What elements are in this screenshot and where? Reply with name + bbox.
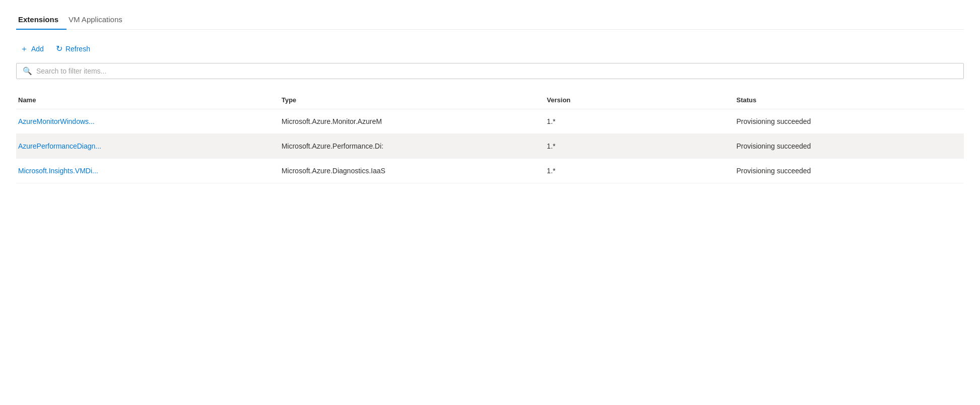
column-header-name: Name [16, 91, 282, 109]
add-button[interactable]: ＋ Add [16, 43, 48, 55]
extension-type: Microsoft.Azure.Diagnostics.IaaS [282, 159, 547, 183]
tabs-bar: Extensions VM Applications [16, 10, 964, 30]
table-header-row: Name Type Version Status [16, 91, 964, 109]
table-row: AzurePerformanceDiagn...Microsoft.Azure.… [16, 134, 964, 159]
search-icon: 🔍 [23, 66, 32, 76]
refresh-icon: ↻ [56, 45, 62, 53]
column-header-type: Type [282, 91, 547, 109]
extension-type: Microsoft.Azure.Performance.Di: [282, 134, 547, 159]
add-label: Add [31, 45, 44, 53]
extension-type: Microsoft.Azure.Monitor.AzureM [282, 109, 547, 134]
search-bar: 🔍 [16, 63, 964, 79]
extension-status: Provisioning succeeded [737, 134, 964, 159]
plus-icon: ＋ [20, 45, 28, 53]
tab-extensions[interactable]: Extensions [16, 10, 67, 30]
extension-version: 1.* [547, 159, 736, 183]
column-header-version: Version [547, 91, 736, 109]
extension-name-link[interactable]: AzureMonitorWindows... [18, 117, 95, 125]
extension-version: 1.* [547, 109, 736, 134]
column-header-status: Status [737, 91, 964, 109]
search-input[interactable] [36, 67, 957, 75]
refresh-button[interactable]: ↻ Refresh [52, 43, 94, 55]
extensions-table: Name Type Version Status AzureMonitorWin… [16, 91, 964, 183]
table-row: AzureMonitorWindows...Microsoft.Azure.Mo… [16, 109, 964, 134]
extension-status: Provisioning succeeded [737, 159, 964, 183]
tab-vm-applications[interactable]: VM Applications [67, 10, 130, 30]
extension-name-link[interactable]: Microsoft.Insights.VMDi... [18, 167, 98, 175]
toolbar: ＋ Add ↻ Refresh [16, 38, 964, 63]
extension-name-link[interactable]: AzurePerformanceDiagn... [18, 142, 101, 150]
extension-status: Provisioning succeeded [737, 109, 964, 134]
extension-version: 1.* [547, 134, 736, 159]
page-container: Extensions VM Applications ＋ Add ↻ Refre… [0, 0, 980, 193]
refresh-label: Refresh [66, 45, 90, 53]
table-row: Microsoft.Insights.VMDi...Microsoft.Azur… [16, 159, 964, 183]
